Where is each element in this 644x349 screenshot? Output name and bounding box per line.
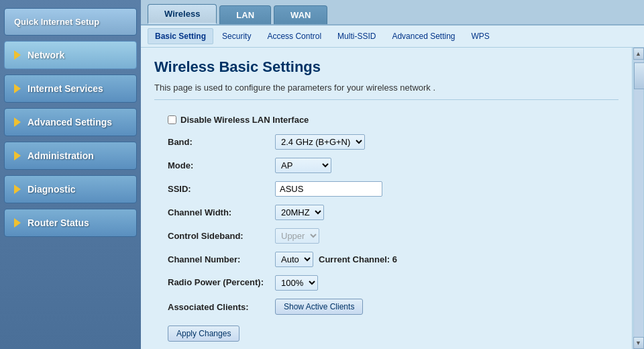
radio-power-row: Radio Power (Percent): 100% 75% 50% 25% [168,275,605,291]
sidebar-item-label: Internet Services [28,83,103,94]
scrollbar: ▲ ▼ [632,48,644,349]
channel-number-row: Channel Number: Auto 1234 5678 91011 Cur… [168,252,605,267]
sidebar-item-administration[interactable]: Administration [4,142,137,170]
sidebar-item-advanced-settings[interactable]: Advanced Settings [4,108,137,136]
tab-lan[interactable]: LAN [219,5,271,24]
apply-changes-row: Apply Changes [168,326,605,342]
main-content: Wireless LAN WAN Basic Setting Security … [141,0,644,349]
band-control: 2.4 GHz (B+G+N) 2.4 GHz (B+G) 2.4 GHz (N… [275,134,365,150]
disable-wireless-checkbox[interactable] [168,115,176,124]
top-tabs: Wireless LAN WAN [141,0,644,26]
show-active-clients-button[interactable]: Show Active Clients [275,299,363,315]
subtab-access-control[interactable]: Access Control [260,28,329,44]
ssid-row: SSID: [168,181,605,197]
control-sideband-label: Control Sideband: [168,231,275,241]
band-row: Band: 2.4 GHz (B+G+N) 2.4 GHz (B+G) 2.4 … [168,134,605,150]
sidebar-item-router-status[interactable]: Router Status [4,209,137,237]
page-content: Wireless Basic Settings This page is use… [141,48,632,349]
main-area: Wireless Basic Settings This page is use… [141,48,644,349]
sidebar-item-label: Router Status [28,217,89,228]
subtab-basic-setting[interactable]: Basic Setting [148,28,213,44]
arrow-icon [14,185,21,194]
channel-width-select[interactable]: 20MHZ 40MHZ [275,205,324,220]
channel-number-label: Channel Number: [168,254,275,264]
radio-power-control: 100% 75% 50% 25% [275,275,318,291]
arrow-icon [14,84,21,93]
sidebar: Quick Internet Setup Network Internet Se… [0,0,141,349]
disable-wireless-label: Disable Wireless LAN Interface [180,115,309,125]
arrow-icon [14,50,21,60]
sidebar-item-label: Diagnostic [28,184,76,195]
arrow-icon [14,218,21,228]
sub-tabs: Basic Setting Security Access Control Mu… [141,26,644,48]
sidebar-item-internet-services[interactable]: Internet Services [4,74,137,103]
subtab-advanced-setting[interactable]: Advanced Setting [384,28,462,44]
sidebar-item-diagnostic[interactable]: Diagnostic [4,175,137,203]
associated-clients-control: Show Active Clients [275,299,363,315]
associated-clients-row: Associated Clients: Show Active Clients [168,299,605,315]
form-section: Disable Wireless LAN Interface Band: 2.4… [154,108,619,349]
disable-wireless-row: Disable Wireless LAN Interface [168,115,605,125]
sidebar-item-network[interactable]: Network [4,41,137,69]
channel-number-control: Auto 1234 5678 91011 Current Channel: 6 [275,252,397,267]
scrollbar-down-button[interactable]: ▼ [633,337,644,349]
arrow-icon [14,117,21,127]
control-sideband-control: Upper Lower [275,228,319,244]
channel-width-control: 20MHZ 40MHZ [275,205,324,220]
band-label: Band: [168,137,275,147]
subtab-multi-ssid[interactable]: Multi-SSID [330,28,383,44]
band-select[interactable]: 2.4 GHz (B+G+N) 2.4 GHz (B+G) 2.4 GHz (N… [275,134,365,150]
current-channel-text: Current Channel: 6 [319,254,397,264]
sidebar-item-quick-internet-setup[interactable]: Quick Internet Setup [4,8,137,36]
channel-width-row: Channel Width: 20MHZ 40MHZ [168,205,605,220]
scrollbar-thumb[interactable] [634,62,645,89]
subtab-wps[interactable]: WPS [464,28,497,44]
channel-number-select[interactable]: Auto 1234 5678 91011 [275,252,313,267]
ssid-label: SSID: [168,184,275,194]
control-sideband-select[interactable]: Upper Lower [275,228,319,244]
sidebar-item-label: Advanced Settings [28,117,112,128]
sidebar-item-label: Quick Internet Setup [14,17,99,27]
apply-changes-button[interactable]: Apply Changes [168,326,239,342]
arrow-icon [14,151,21,160]
radio-power-label: Radio Power (Percent): [168,277,275,289]
mode-control: AP Client Repeater [275,158,331,173]
scrollbar-track[interactable] [633,60,644,337]
ssid-input[interactable] [275,181,382,197]
ssid-control [275,181,382,197]
tab-wireless[interactable]: Wireless [148,4,217,24]
mode-row: Mode: AP Client Repeater [168,158,605,173]
channel-width-label: Channel Width: [168,207,275,217]
mode-select[interactable]: AP Client Repeater [275,158,331,173]
control-sideband-row: Control Sideband: Upper Lower [168,228,605,244]
mode-label: Mode: [168,160,275,170]
sidebar-item-label: Administration [28,150,94,161]
page-title: Wireless Basic Settings [154,58,619,76]
sidebar-item-label: Network [28,50,64,60]
radio-power-select[interactable]: 100% 75% 50% 25% [275,275,318,291]
page-description: This page is used to configure the param… [154,83,619,100]
associated-clients-label: Associated Clients: [168,302,275,312]
subtab-security[interactable]: Security [215,28,258,44]
scrollbar-up-button[interactable]: ▲ [633,48,644,60]
tab-wan[interactable]: WAN [274,5,327,24]
